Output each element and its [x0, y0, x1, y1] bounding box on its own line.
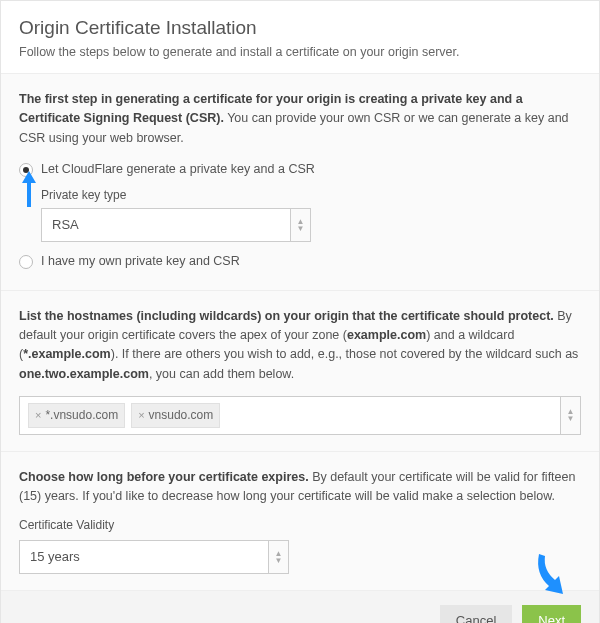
validity-field: Certificate Validity 15 years ▲ ▼ — [19, 516, 581, 574]
validity-value: 15 years — [19, 540, 269, 574]
keytype-label: Private key type — [41, 186, 581, 205]
validity-intro: Choose how long before your certificate … — [19, 468, 581, 507]
spinner-icon[interactable]: ▲ ▼ — [269, 540, 289, 574]
hostname-tag-label: vnsudo.com — [149, 406, 214, 425]
next-button[interactable]: Next — [522, 605, 581, 623]
dialog: Origin Certificate Installation Follow t… — [0, 0, 600, 623]
remove-icon[interactable]: × — [138, 407, 144, 424]
keytype-field: Private key type RSA ▲ ▼ — [41, 186, 581, 243]
hostnames-intro-bold: List the hostnames (including wildcards)… — [19, 309, 554, 323]
cancel-button[interactable]: Cancel — [440, 605, 512, 623]
validity-select[interactable]: 15 years ▲ ▼ — [19, 540, 289, 574]
dialog-title: Origin Certificate Installation — [19, 17, 581, 39]
remove-icon[interactable]: × — [35, 407, 41, 424]
radio-own[interactable]: I have my own private key and CSR — [19, 252, 581, 271]
hostname-tag[interactable]: × *.vnsudo.com — [28, 403, 125, 428]
dialog-footer: Cancel Next — [1, 591, 599, 623]
csr-intro: The first step in generating a certifica… — [19, 90, 581, 148]
spinner-icon[interactable]: ▲ ▼ — [291, 208, 311, 242]
radio-own-label: I have my own private key and CSR — [41, 252, 240, 271]
hostnames-intro: List the hostnames (including wildcards)… — [19, 307, 581, 385]
dialog-subtitle: Follow the steps below to generate and i… — [19, 45, 581, 59]
radio-indicator-checked — [19, 163, 33, 177]
radio-indicator-unchecked — [19, 255, 33, 269]
chevron-down-icon: ▼ — [297, 225, 305, 232]
dialog-header: Origin Certificate Installation Follow t… — [1, 1, 599, 74]
radio-generate[interactable]: Let CloudFlare generate a private key an… — [19, 160, 581, 179]
hostname-tag[interactable]: × vnsudo.com — [131, 403, 220, 428]
keytype-select[interactable]: RSA ▲ ▼ — [41, 208, 311, 242]
spinner-icon[interactable]: ▲ ▼ — [561, 396, 581, 435]
section-csr: The first step in generating a certifica… — [1, 74, 599, 291]
hostnames-tags[interactable]: × *.vnsudo.com × vnsudo.com — [19, 396, 561, 435]
chevron-down-icon: ▼ — [275, 557, 283, 564]
keytype-value: RSA — [41, 208, 291, 242]
chevron-down-icon: ▼ — [567, 415, 575, 422]
section-validity: Choose how long before your certificate … — [1, 452, 599, 591]
section-hostnames: List the hostnames (including wildcards)… — [1, 291, 599, 452]
hostname-tag-label: *.vnsudo.com — [45, 406, 118, 425]
validity-intro-bold: Choose how long before your certificate … — [19, 470, 309, 484]
hostnames-input[interactable]: × *.vnsudo.com × vnsudo.com ▲ ▼ — [19, 396, 581, 435]
radio-generate-label: Let CloudFlare generate a private key an… — [41, 160, 315, 179]
validity-label: Certificate Validity — [19, 516, 581, 535]
